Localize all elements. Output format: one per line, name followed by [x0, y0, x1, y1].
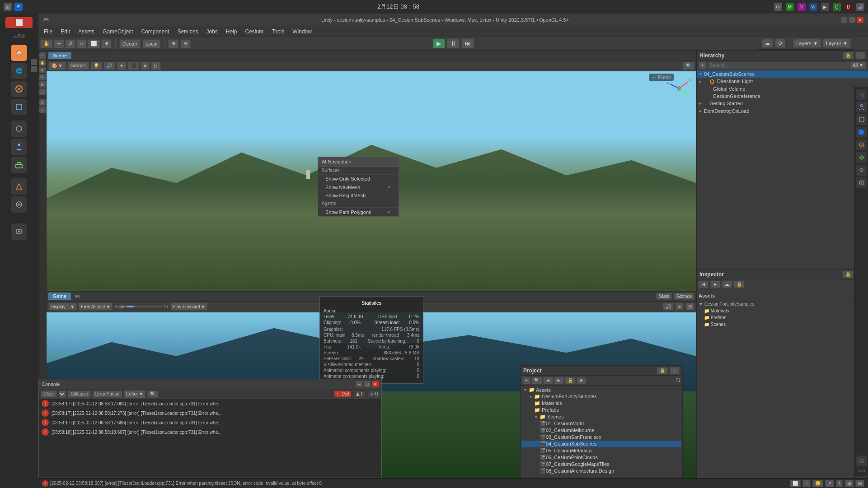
- inspector-nav-2[interactable]: ►: [710, 281, 720, 288]
- snap-btn[interactable]: ⊟: [180, 39, 191, 48]
- sys-icon-3[interactable]: V: [798, 3, 806, 11]
- inspector-icon-1[interactable]: ☁: [722, 281, 732, 288]
- proj-item-cesium[interactable]: ▼ 📁 CesiumForUnitySamples: [521, 393, 681, 400]
- close-button[interactable]: ✕: [857, 17, 863, 23]
- sidebar-icon-4[interactable]: [11, 99, 27, 115]
- taskbar-app-1[interactable]: E: [14, 3, 23, 11]
- menu-tools[interactable]: Tools: [268, 28, 288, 36]
- layers-dropdown[interactable]: Layers ▼: [793, 39, 821, 48]
- tool-transform[interactable]: ⊞: [101, 39, 112, 48]
- sys-icon-8[interactable]: 🔊: [856, 3, 864, 11]
- game-stats-btn[interactable]: Stats: [656, 293, 672, 300]
- right-icon-6[interactable]: [856, 152, 867, 163]
- menu-window[interactable]: Window: [289, 28, 315, 36]
- scene-2d-btn[interactable]: Gizmos: [67, 62, 89, 70]
- play-button[interactable]: ▶: [432, 38, 445, 48]
- menu-component[interactable]: Component: [137, 28, 173, 36]
- right-icon-9[interactable]: [856, 455, 867, 466]
- grid-btn[interactable]: ⊞: [168, 39, 178, 48]
- bottom-icon-1[interactable]: ⬜: [790, 480, 801, 487]
- hierarchy-item-4[interactable]: ► DontDestroyOnLoad ⋮: [697, 107, 868, 115]
- proj-item-assets[interactable]: ▼ 📁 Assets: [521, 386, 681, 393]
- proj-scene-01[interactable]: 🎬01_CesiumWorld: [521, 420, 681, 427]
- sidebar-icon-8[interactable]: [11, 178, 27, 195]
- edge-icon-2[interactable]: [31, 66, 37, 72]
- layout-dropdown[interactable]: Layout ▼: [823, 39, 851, 48]
- sidebar-icon-1[interactable]: 🏠: [11, 45, 27, 61]
- bottom-icon-6[interactable]: ⊞: [845, 480, 854, 487]
- ai-nav-show-only-selected[interactable]: Show Only Selected: [318, 175, 399, 183]
- sys-icon-1[interactable]: ⚙: [774, 3, 782, 11]
- right-icon-8[interactable]: [856, 177, 867, 188]
- ai-nav-show-navmesh[interactable]: Show NavMesh ✓: [318, 183, 399, 191]
- sidebar-icon-10[interactable]: [11, 223, 27, 240]
- hierarchy-root[interactable]: ▼ 04_CesiumSubScenes: [697, 70, 868, 78]
- console-row-1[interactable]: ! [08:58:17] [2025-02-12 08:58:17.273] […: [39, 409, 381, 418]
- minimize-button[interactable]: ─: [841, 17, 847, 23]
- console-row-3[interactable]: ! [08:58:18] [2025-02-12 08:58:18.607] […: [39, 428, 381, 437]
- scene-tool-3[interactable]: ⊕: [39, 67, 46, 73]
- game-display-dropdown[interactable]: Display 1▼: [48, 302, 77, 311]
- game-gizmos-toggle[interactable]: ⊞: [685, 303, 694, 310]
- console-log-badge[interactable]: i 0: [368, 391, 380, 397]
- game-gizmos-btn[interactable]: Gizmos: [674, 293, 694, 300]
- scene-audio-btn[interactable]: 🔊: [103, 62, 115, 70]
- tool-move[interactable]: ✛: [54, 39, 64, 48]
- proj-scene-07[interactable]: 🎬07_CesiumGoogleMapsTiles: [521, 461, 681, 468]
- project-nav-2[interactable]: ►: [554, 377, 564, 384]
- project-star-btn[interactable]: ★: [577, 377, 586, 384]
- step-button[interactable]: ⏭: [461, 38, 474, 48]
- scene-tab[interactable]: Scene: [48, 52, 71, 59]
- bottom-icon-2[interactable]: ○: [802, 480, 811, 487]
- bottom-icon-7[interactable]: ⊟: [855, 480, 864, 487]
- scene-fog-btn[interactable]: ≡: [141, 62, 150, 70]
- scene-shading-dropdown[interactable]: 🎨 ▼: [48, 62, 66, 70]
- scene-anim-btn[interactable]: ▷: [151, 62, 161, 70]
- console-clear-select[interactable]: [59, 390, 66, 398]
- sidebar-icon-3[interactable]: [11, 81, 27, 97]
- bottom-icon-4[interactable]: ↗: [825, 480, 834, 487]
- tool-rotate[interactable]: ↺: [65, 39, 75, 48]
- bottom-icon-3[interactable]: 😊: [812, 480, 823, 487]
- play-focused-dropdown[interactable]: Play Focused▼: [170, 302, 208, 311]
- project-lock-btn[interactable]: 🔒: [657, 367, 668, 374]
- sidebar-icon-6[interactable]: [11, 139, 27, 155]
- project-lock-btn2[interactable]: 🔒: [565, 377, 576, 384]
- menu-jobs[interactable]: Jobs: [202, 28, 221, 36]
- scene-tool-8[interactable]: ≡: [39, 107, 46, 113]
- hierarchy-lock-btn[interactable]: 🔒: [843, 52, 854, 59]
- console-row-2[interactable]: ! [08:58:17] [2025-02-12 08:58:17.685] […: [39, 418, 381, 428]
- project-nav-1[interactable]: ◄: [543, 377, 553, 384]
- hierarchy-menu-btn[interactable]: ⋮: [855, 52, 865, 59]
- menu-file[interactable]: File: [40, 28, 56, 36]
- hierarchy-search-input[interactable]: [708, 62, 849, 69]
- scene-sky-btn[interactable]: ⬛: [128, 62, 140, 70]
- sidebar-icon-5[interactable]: [11, 121, 27, 137]
- game-tab[interactable]: Game: [48, 293, 71, 300]
- tool-rect[interactable]: ⬜: [88, 39, 100, 48]
- inspector-folder-scenes[interactable]: 📁 Scenes: [699, 321, 866, 328]
- sys-icon-5[interactable]: ▶: [821, 3, 829, 11]
- scene-tool-4[interactable]: ↺: [39, 74, 46, 80]
- menu-services[interactable]: Services: [174, 28, 202, 36]
- pivot-dropdown[interactable]: Center: [119, 39, 141, 48]
- right-icon-5[interactable]: [856, 139, 867, 150]
- right-icon-1[interactable]: ◁: [856, 89, 867, 100]
- scene-tool-2[interactable]: ✋: [39, 60, 46, 66]
- scene-fx-btn[interactable]: ✦: [117, 62, 127, 70]
- console-min-btn[interactable]: ─: [356, 381, 362, 387]
- proj-scene-02[interactable]: 🎬02_CesiumMelbourne: [521, 427, 681, 434]
- console-search-btn[interactable]: 🔍: [147, 390, 158, 398]
- game-stats-toggle[interactable]: ≡: [676, 303, 684, 310]
- console-warn-badge[interactable]: ! 0: [354, 391, 366, 397]
- collab-btn[interactable]: ⊕: [775, 39, 785, 48]
- proj-scene-03[interactable]: 🎬03_CesiumSanFrancisco: [521, 434, 681, 441]
- menu-assets[interactable]: Assets: [75, 28, 98, 36]
- inspector-folder-cesium[interactable]: ▼ CesiumForUnitySamples: [699, 301, 866, 307]
- sidebar-icon-9[interactable]: [11, 196, 27, 213]
- console-editor-dropdown[interactable]: Editor▼: [124, 390, 145, 398]
- cloud-btn[interactable]: ☁: [762, 39, 773, 48]
- hierarchy-add-btn[interactable]: +: [699, 62, 707, 69]
- ai-nav-show-heightmesh[interactable]: Show HeightMesh: [318, 191, 399, 200]
- inspector-lock-btn[interactable]: 🔒: [843, 271, 854, 278]
